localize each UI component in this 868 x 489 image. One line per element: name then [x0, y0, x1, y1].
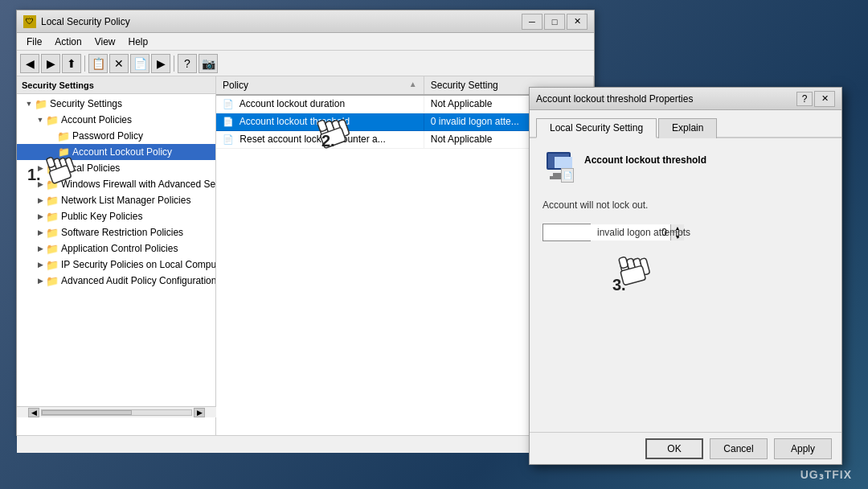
- col-policy-label: Policy: [223, 80, 248, 91]
- tree-label-network: Network List Manager Policies: [61, 195, 190, 206]
- tree-header: Security Settings: [17, 76, 215, 94]
- tree-label-firewall: Windows Firewall with Advanced Secu...: [61, 179, 215, 190]
- computer-icon: 📄: [543, 152, 574, 183]
- policy-cell-1: 📄 Account lockout duration: [216, 95, 424, 113]
- policy-icon-2: 📄: [223, 116, 234, 127]
- tree-item-firewall[interactable]: ▶ 📁 Windows Firewall with Advanced Secu.…: [17, 176, 215, 192]
- scroll-left-btn[interactable]: ◀: [28, 408, 39, 417]
- help-button[interactable]: ?: [178, 54, 197, 73]
- menu-bar: File Action View Help: [17, 33, 594, 51]
- expand-icon-net: ▶: [35, 195, 46, 206]
- monitor: [547, 152, 571, 170]
- main-window: 🛡 Local Security Policy ─ □ ✕ File Actio…: [16, 10, 595, 436]
- expand-icon-account: ▼: [35, 114, 46, 125]
- tree-scrollbar[interactable]: ◀ ▶: [17, 406, 216, 417]
- folder-icon-ip: 📁: [46, 258, 59, 271]
- folder-icon-lockout: 📁: [57, 146, 70, 158]
- expand-icon-pk: ▶: [35, 211, 46, 222]
- tree-label-public-key: Public Key Policies: [61, 211, 142, 222]
- dialog-description-area: Account will not lock out.: [542, 199, 829, 211]
- folder-icon-pk: 📁: [46, 210, 59, 223]
- tree-panel: Security Settings ▼ 📁 Security Settings …: [17, 76, 216, 435]
- dialog-title: Account lockout threshold Properties: [536, 93, 693, 105]
- menu-help[interactable]: Help: [122, 35, 155, 49]
- dialog-footer: OK Cancel Apply: [530, 432, 841, 464]
- cancel-button[interactable]: Cancel: [710, 438, 768, 459]
- tab-explain[interactable]: Explain: [658, 118, 717, 138]
- folder-icon-ac: 📁: [46, 242, 59, 255]
- scroll-right-btn[interactable]: ▶: [194, 408, 205, 417]
- expand-icon-local: ▶: [35, 162, 46, 174]
- back-button[interactable]: ◀: [20, 54, 39, 73]
- tree-item-ip-security[interactable]: ▶ 📁 IP Security Policies on Local Comput…: [17, 257, 215, 273]
- folder-icon-net: 📁: [46, 194, 59, 207]
- tree-label-app-control: Application Control Policies: [61, 243, 178, 254]
- dialog-window: Account lockout threshold Properties ? ✕…: [529, 87, 842, 465]
- expand-icon-fw: ▶: [35, 179, 46, 190]
- policy-cell-3: 📄 Reset account lockout counter a...: [216, 130, 424, 148]
- dialog-help-button[interactable]: ?: [796, 92, 813, 106]
- tree-item-public-key[interactable]: ▶ 📁 Public Key Policies: [17, 208, 215, 224]
- folder-icon-account: 📁: [46, 113, 59, 126]
- dialog-policy-name: Account lockout threshold: [584, 151, 706, 166]
- export-button[interactable]: 📷: [199, 54, 218, 73]
- tree-item-security-settings[interactable]: ▼ 📁 Security Settings: [17, 96, 215, 112]
- maximize-button[interactable]: □: [544, 14, 565, 30]
- main-status-bar: [17, 435, 594, 453]
- apply-button[interactable]: Apply: [774, 438, 832, 459]
- run-button[interactable]: ▶: [151, 54, 170, 73]
- tree-item-password-policy[interactable]: 📁 Password Policy: [17, 128, 215, 144]
- policy-name-1: Account lockout duration: [240, 98, 345, 109]
- tab-local-security-setting[interactable]: Local Security Setting: [536, 118, 657, 138]
- policy-name-2: Account lockout threshold: [240, 116, 350, 127]
- menu-action[interactable]: Action: [48, 35, 88, 49]
- folder-icon-security: 📁: [35, 97, 47, 110]
- expand-icon-ac: ▶: [35, 243, 46, 254]
- tree-item-network[interactable]: ▶ 📁 Network List Manager Policies: [17, 192, 215, 208]
- computer-icon-container: 📄: [542, 151, 575, 183]
- tree-label-advanced-audit: Advanced Audit Policy Configuration: [61, 275, 215, 286]
- tree-item-advanced-audit[interactable]: ▶ 📁 Advanced Audit Policy Configuration: [17, 273, 215, 289]
- expand-icon-sw: ▶: [35, 227, 46, 238]
- forward-button[interactable]: ▶: [41, 54, 60, 73]
- tree-item-software[interactable]: ▶ 📁 Software Restriction Policies: [17, 224, 215, 240]
- policy-cell-2: 📄 Account lockout threshold: [216, 113, 424, 130]
- dialog-close-button[interactable]: ✕: [814, 91, 835, 107]
- title-bar-left: 🛡 Local Security Policy: [23, 15, 130, 28]
- tree-item-app-control[interactable]: ▶ 📁 Application Control Policies: [17, 240, 215, 257]
- tab-explain-label: Explain: [672, 122, 703, 134]
- menu-view[interactable]: View: [88, 35, 122, 49]
- expand-icon-aa: ▶: [35, 275, 46, 286]
- toolbar-sep-1: [84, 55, 85, 72]
- tree-label-security-settings: Security Settings: [50, 98, 122, 109]
- doc-overlay: 📄: [561, 168, 574, 183]
- col-policy[interactable]: Policy ▲: [216, 76, 424, 95]
- copy-button[interactable]: 📋: [88, 54, 108, 73]
- screen: [555, 157, 572, 168]
- dialog-body: 📄 Account lockout threshold Account will…: [530, 138, 841, 254]
- menu-file[interactable]: File: [20, 35, 48, 49]
- spinner-label: invalid logon attempts: [597, 227, 690, 238]
- tree-item-account-lockout[interactable]: 📁 Account Lockout Policy: [17, 144, 215, 160]
- main-title-bar: 🛡 Local Security Policy ─ □ ✕: [17, 10, 594, 33]
- spinner-container: ▲ ▼: [542, 224, 591, 241]
- ok-button[interactable]: OK: [645, 438, 703, 459]
- tree-label-account-lockout: Account Lockout Policy: [72, 146, 172, 158]
- expand-icon-ip: ▶: [35, 259, 46, 270]
- dialog-description: Account will not lock out.: [542, 199, 829, 211]
- folder-icon-local: 📁: [46, 162, 59, 175]
- up-button[interactable]: ⬆: [62, 54, 81, 73]
- tree-label-software-restriction: Software Restriction Policies: [61, 227, 183, 238]
- dialog-icon-row: 📄 Account lockout threshold: [542, 151, 829, 183]
- properties-button[interactable]: 📄: [130, 54, 149, 73]
- scroll-track[interactable]: [41, 409, 192, 416]
- tree-label-password-policy: Password Policy: [72, 130, 143, 142]
- tree-item-account-policies[interactable]: ▼ 📁 Account Policies: [17, 112, 215, 128]
- minimize-button[interactable]: ─: [522, 14, 542, 30]
- close-button[interactable]: ✕: [567, 14, 588, 30]
- folder-icon-pwd: 📁: [57, 129, 70, 142]
- policy-icon-1: 📄: [223, 99, 234, 110]
- delete-button[interactable]: ✕: [109, 54, 129, 73]
- window-title: Local Security Policy: [41, 16, 130, 27]
- tree-item-local-policies[interactable]: ▶ 📁 Local Policies: [17, 160, 215, 176]
